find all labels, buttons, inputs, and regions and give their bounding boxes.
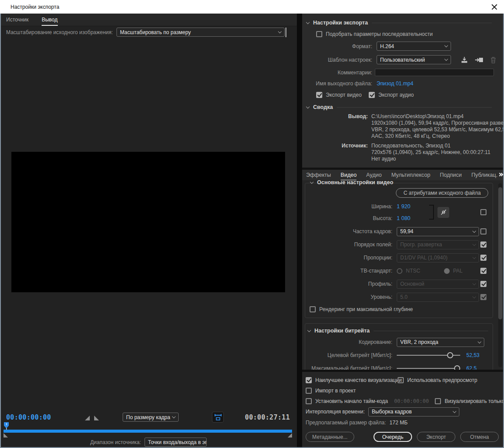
field-order-checkbox[interactable]	[480, 242, 486, 248]
tab-overflow-icon[interactable]	[498, 173, 503, 176]
fit-frame-icon	[214, 413, 222, 421]
scrollbar-track[interactable]	[498, 183, 502, 367]
estimated-size-row: Предполагаемый размер файла: 172 МБ	[306, 417, 504, 428]
height-label: Высота:	[305, 215, 392, 221]
queue-button[interactable]: Очередь	[374, 432, 412, 442]
tab-source[interactable]: Источник	[6, 17, 28, 26]
tab-captions[interactable]: Подписи	[439, 170, 463, 181]
timecode-row: Установить начало тайм-кода 00:00:00:00 …	[306, 396, 504, 406]
time-interpolation-label: Интерполяция времени:	[306, 409, 365, 415]
tv-standard-checkbox[interactable]	[480, 268, 486, 274]
height-value[interactable]: 1 080	[397, 215, 410, 221]
tab-audio[interactable]: Аудио	[365, 170, 382, 181]
export-video-label: Экспорт видео	[326, 92, 362, 98]
export-audio-checkbox[interactable]	[369, 92, 375, 98]
header-rule	[374, 331, 488, 331]
frame-rate-checkbox[interactable]	[480, 228, 486, 234]
summary-output-label: Вывод:	[307, 113, 368, 140]
preset-select[interactable]: Пользовательский	[377, 55, 451, 64]
start-timecode-checkbox[interactable]	[306, 398, 312, 404]
use-previews-checkbox[interactable]	[398, 377, 404, 383]
profile-checkbox[interactable]	[480, 281, 486, 287]
close-icon[interactable]	[491, 4, 498, 10]
summary-header[interactable]: Сводка	[307, 104, 504, 110]
comments-row: Комментарии:	[307, 69, 504, 76]
slider-knob[interactable]	[447, 352, 453, 358]
scrollbar-thumb[interactable]	[498, 187, 502, 319]
ntsc-label: NTSC	[406, 268, 420, 274]
best-quality-checkbox[interactable]	[306, 377, 312, 383]
max-bitrate-row: Максимальный битрейт [Мбит/с]: 62,5	[305, 362, 493, 370]
source-scaling-value: Масштабировать по размеру	[120, 29, 191, 35]
alpha-only-label: Визуализировать только альфа-кана	[444, 398, 504, 404]
tab-video[interactable]: Видео	[340, 170, 358, 181]
cancel-button[interactable]: Отмена	[460, 432, 499, 442]
panel-divider	[297, 14, 302, 448]
bitrate-settings-header[interactable]: Настройки битрейта	[305, 324, 493, 334]
aspect-checkbox[interactable]	[480, 255, 486, 261]
target-bitrate-slider[interactable]	[397, 352, 460, 358]
output-name-link[interactable]: Эпизод 01.mp4	[377, 80, 413, 87]
max-bitrate-slider[interactable]	[397, 365, 460, 370]
width-value[interactable]: 1 920	[397, 203, 410, 210]
tab-publish[interactable]: Публикац.	[471, 170, 499, 181]
frame-rate-select[interactable]: 59,94	[397, 227, 479, 236]
import-row: Импорт в проект	[306, 385, 504, 396]
header-rule	[337, 107, 492, 108]
panel-splitter-handle[interactable]	[285, 28, 286, 37]
video-settings-scroll: Основные настройки видео С атрибутами ис…	[302, 180, 504, 370]
comments-input[interactable]	[375, 69, 494, 76]
tab-effects[interactable]: Эффекты	[305, 170, 332, 181]
bitrate-settings-group: Настройки битрейта Кодирование: VBR, 2 п…	[305, 323, 493, 370]
format-label: Формат:	[307, 43, 372, 49]
summary-output-line: 1920x1080 (1,094), 59,94 кадр/с, Прогрес…	[371, 120, 504, 126]
zoom-level-select[interactable]: По размеру кадра	[123, 413, 179, 422]
dimensions-block: Ширина: 1 920 Высота: 1 080	[305, 200, 493, 225]
preset-label: Шаблон настроек:	[307, 57, 372, 63]
timeline-range-bar[interactable]	[4, 430, 292, 433]
tab-multiplexer[interactable]: Мультиплексор	[391, 170, 431, 181]
source-scaling-select[interactable]: Масштабировать по размеру	[116, 28, 285, 37]
encoding-label: Кодирование:	[305, 339, 392, 345]
dimensions-checkbox[interactable]	[480, 209, 486, 215]
time-interpolation-select[interactable]: Выборка кадров	[368, 407, 459, 416]
chevron-down-icon	[472, 229, 476, 232]
chevron-down-icon	[478, 340, 481, 343]
delete-preset-icon[interactable]	[490, 56, 497, 63]
tab-output[interactable]: Вывод	[42, 17, 57, 26]
width-label: Ширина:	[305, 203, 392, 210]
source-range-value: Точки входа/выхода в эпиз...	[148, 439, 207, 445]
export-toggles-row: Экспорт видео Экспорт аудио	[307, 92, 504, 98]
summary-source-label: Источник:	[307, 143, 368, 162]
aspect-select: D1/DV PAL (1,0940)	[397, 253, 479, 262]
format-select[interactable]: H.264	[377, 42, 451, 51]
metadata-button[interactable]: Метаданные...	[306, 432, 354, 442]
slider-knob[interactable]	[454, 365, 460, 370]
import-preset-icon[interactable]	[475, 56, 483, 63]
chevron-down-icon	[172, 415, 176, 418]
export-video-checkbox[interactable]	[316, 92, 322, 98]
alpha-only-checkbox[interactable]	[435, 398, 441, 404]
format-row: Формат: H.264	[307, 42, 504, 51]
range-start-handle[interactable]	[4, 433, 8, 438]
basic-video-settings-header[interactable]: Основные настройки видео	[310, 180, 393, 186]
set-out-point-icon[interactable]	[94, 416, 99, 420]
summary-output-line: VBR, 2 прохода, целевой 52,53 Мбит/с, Ма…	[371, 126, 504, 133]
link-bracket	[429, 205, 434, 220]
chevron-down-icon	[472, 294, 476, 298]
export-settings-header[interactable]: Настройки экспорта	[307, 20, 504, 26]
crop-output-button[interactable]	[212, 412, 224, 423]
match-sequence-checkbox[interactable]	[316, 31, 322, 37]
save-preset-icon[interactable]	[461, 56, 468, 63]
source-range-select[interactable]: Точки входа/выхода в эпиз...	[145, 438, 207, 447]
match-source-button[interactable]: С атрибутами исходного файла	[396, 188, 488, 198]
encoding-select[interactable]: VBR, 2 прохода	[397, 338, 484, 347]
range-end-handle[interactable]	[288, 433, 292, 438]
import-project-checkbox[interactable]	[306, 388, 312, 394]
aspect-row: Пропорции: D1/DV PAL (1,0940)	[305, 251, 493, 264]
render-max-depth-checkbox[interactable]	[310, 306, 316, 312]
export-button[interactable]: Экспорт	[417, 432, 455, 442]
unlink-dimensions-button[interactable]	[437, 207, 449, 218]
current-timecode[interactable]: 00:00:00:00	[6, 413, 51, 421]
set-in-point-icon[interactable]	[85, 416, 90, 420]
